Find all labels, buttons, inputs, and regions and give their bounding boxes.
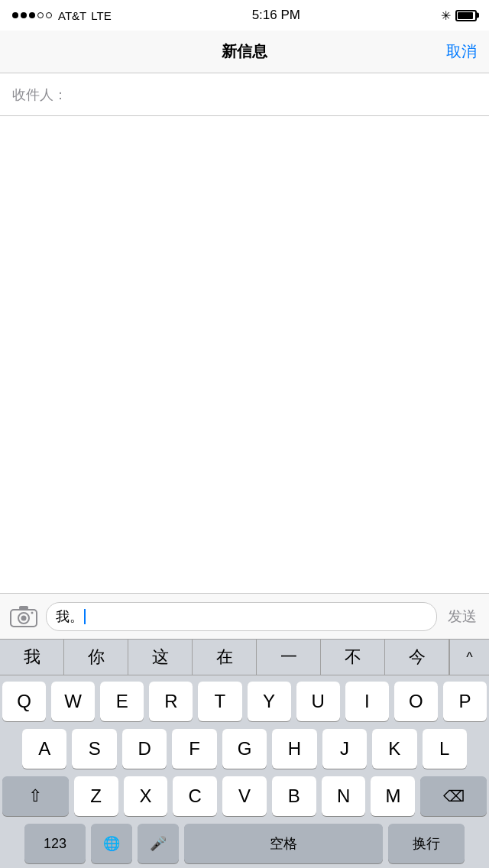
- key-P[interactable]: P: [443, 682, 487, 721]
- keyboard-row-4: 123 🌐 🎤 空格 换行: [2, 824, 487, 863]
- space-key[interactable]: 空格: [184, 824, 383, 863]
- network-label: LTE: [91, 9, 111, 22]
- battery-fill: [458, 12, 473, 19]
- status-left: AT&T LTE: [12, 9, 112, 22]
- key-T[interactable]: T: [198, 682, 241, 721]
- status-right: ✳: [441, 8, 477, 23]
- key-Y[interactable]: Y: [248, 682, 291, 721]
- message-input-text: 我。: [56, 607, 83, 626]
- signal-dot-2: [21, 12, 27, 18]
- svg-point-4: [31, 611, 34, 614]
- key-K[interactable]: K: [372, 729, 416, 769]
- camera-button[interactable]: [8, 601, 40, 633]
- signal-dot-3: [29, 12, 35, 18]
- text-cursor: [84, 609, 86, 624]
- keyboard-row-3: ⇧ Z X C V B N M ⌫: [2, 776, 487, 816]
- suggestion-我[interactable]: 我: [0, 639, 64, 675]
- recipient-input[interactable]: [73, 86, 477, 102]
- svg-point-2: [21, 615, 27, 620]
- cancel-button[interactable]: 取消: [446, 41, 477, 62]
- status-bar: AT&T LTE 5:16 PM ✳: [0, 0, 489, 31]
- key-B[interactable]: B: [272, 776, 316, 816]
- key-S[interactable]: S: [72, 729, 116, 769]
- bluetooth-icon: ✳: [441, 8, 451, 23]
- svg-rect-3: [19, 606, 28, 610]
- key-G[interactable]: G: [222, 729, 267, 769]
- suggestion-在[interactable]: 在: [193, 639, 257, 675]
- delete-icon: ⌫: [443, 787, 465, 805]
- return-key[interactable]: 换行: [388, 824, 465, 863]
- camera-icon: [10, 605, 37, 628]
- signal-dot-5: [46, 12, 52, 18]
- key-M[interactable]: M: [371, 776, 415, 816]
- shift-key[interactable]: ⇧: [2, 776, 69, 816]
- to-label: 收件人：: [12, 86, 67, 104]
- message-body: [0, 116, 489, 593]
- key-Z[interactable]: Z: [74, 776, 118, 816]
- key-N[interactable]: N: [322, 776, 366, 816]
- to-field: 收件人：: [0, 73, 489, 116]
- signal-dot-1: [12, 12, 18, 18]
- suggestions-row: 我 你 这 在 一 不 今 ^: [0, 639, 489, 675]
- key-D[interactable]: D: [122, 729, 167, 769]
- status-time: 5:16 PM: [252, 8, 300, 23]
- suggestion-不[interactable]: 不: [321, 639, 385, 675]
- key-F[interactable]: F: [172, 729, 216, 769]
- battery-icon: [455, 10, 477, 21]
- suggestions-expand-button[interactable]: ^: [449, 639, 489, 675]
- key-C[interactable]: C: [173, 776, 217, 816]
- compose-bar: 我。 发送: [0, 593, 489, 639]
- keyboard-row-1: Q W E R T Y U I O P: [2, 682, 487, 721]
- message-input-wrap[interactable]: 我。: [46, 602, 437, 631]
- key-W[interactable]: W: [51, 682, 95, 721]
- suggestion-这[interactable]: 这: [128, 639, 193, 675]
- delete-key[interactable]: ⌫: [420, 776, 487, 816]
- key-R[interactable]: R: [149, 682, 193, 721]
- suggestion-你[interactable]: 你: [64, 639, 128, 675]
- signal-dot-4: [37, 12, 44, 18]
- nav-bar: 新信息 取消: [0, 31, 489, 73]
- keyboard: Q W E R T Y U I O P A S D F G H J K L ⇧ …: [0, 675, 489, 868]
- mic-key[interactable]: 🎤: [138, 824, 179, 863]
- carrier-label: AT&T: [58, 9, 86, 22]
- signal-dots: [12, 12, 52, 18]
- suggestion-今[interactable]: 今: [385, 639, 449, 675]
- key-V[interactable]: V: [222, 776, 267, 816]
- key-O[interactable]: O: [394, 682, 438, 721]
- suggestion-一[interactable]: 一: [257, 639, 321, 675]
- keyboard-row-2: A S D F G H J K L: [2, 729, 487, 769]
- key-H[interactable]: H: [272, 729, 316, 769]
- key-U[interactable]: U: [296, 682, 340, 721]
- nav-title: 新信息: [222, 41, 267, 62]
- key-L[interactable]: L: [423, 729, 467, 769]
- key-A[interactable]: A: [22, 729, 66, 769]
- key-Q[interactable]: Q: [2, 682, 46, 721]
- key-X[interactable]: X: [124, 776, 168, 816]
- key-J[interactable]: J: [322, 729, 367, 769]
- key-I[interactable]: I: [345, 682, 389, 721]
- globe-key[interactable]: 🌐: [91, 824, 132, 863]
- send-button[interactable]: 发送: [443, 607, 481, 627]
- key-E[interactable]: E: [100, 682, 144, 721]
- numbers-key[interactable]: 123: [24, 824, 86, 863]
